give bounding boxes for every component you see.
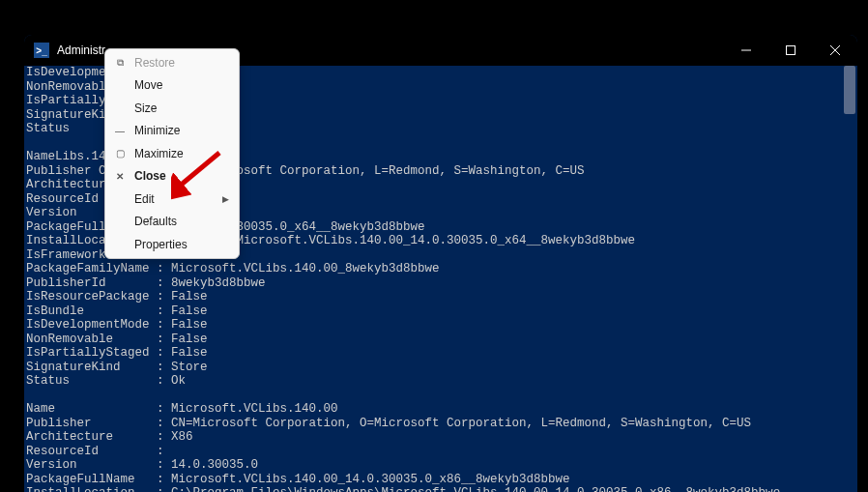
menu-label: Restore bbox=[134, 56, 229, 70]
menu-label: Defaults bbox=[134, 215, 229, 228]
output-blank bbox=[26, 389, 857, 403]
output-line: PackageFullName : Microsoft.VCLibs.140.0… bbox=[26, 473, 857, 487]
menu-restore: ⧉ Restore bbox=[105, 51, 239, 74]
output-line: Status : Ok bbox=[26, 374, 857, 389]
output-line: InstallLocation : C:\Program Files\Windo… bbox=[26, 486, 857, 492]
menu-size[interactable]: Size bbox=[105, 97, 239, 120]
svg-rect-1 bbox=[787, 46, 796, 55]
scrollbar[interactable] bbox=[842, 66, 857, 492]
menu-defaults[interactable]: Defaults bbox=[105, 211, 239, 234]
system-context-menu: ⧉ Restore Move Size — Minimize ▢ Maximiz… bbox=[104, 48, 240, 259]
output-line: IsPartiallyStaged : False bbox=[26, 346, 857, 361]
menu-label: Minimize bbox=[134, 124, 229, 137]
output-line: IsBundle : False bbox=[26, 304, 857, 319]
menu-edit[interactable]: Edit ▶ bbox=[105, 188, 239, 211]
output-line: IsResourcePackage : False bbox=[26, 290, 857, 304]
close-icon: ✕ bbox=[111, 171, 129, 182]
output-line: NonRemovable : False bbox=[26, 333, 857, 347]
menu-label: Properties bbox=[134, 238, 229, 251]
minimize-icon bbox=[741, 45, 751, 55]
restore-icon: ⧉ bbox=[111, 57, 129, 69]
close-button[interactable] bbox=[813, 35, 857, 66]
menu-move[interactable]: Move bbox=[105, 74, 239, 98]
menu-maximize[interactable]: ▢ Maximize bbox=[105, 142, 239, 165]
output-line: IsDevelopmentMode : False bbox=[26, 318, 857, 333]
output-line: PackageFamilyName : Microsoft.VCLibs.140… bbox=[26, 262, 857, 276]
menu-minimize[interactable]: — Minimize bbox=[105, 120, 239, 143]
output-line: ResourceId : bbox=[26, 445, 857, 459]
maximize-icon: ▢ bbox=[111, 148, 129, 159]
window-controls bbox=[724, 35, 857, 66]
menu-label: Edit bbox=[134, 192, 222, 206]
output-line: SignatureKind : Store bbox=[26, 361, 857, 375]
menu-close[interactable]: ✕ Close bbox=[105, 165, 239, 188]
powershell-icon[interactable]: >_ bbox=[34, 43, 49, 58]
menu-properties[interactable]: Properties bbox=[105, 233, 239, 256]
menu-label: Maximize bbox=[134, 147, 229, 160]
output-line: PublisherId : 8wekyb3d8bbwe bbox=[26, 276, 857, 291]
minimize-icon: — bbox=[111, 126, 129, 136]
maximize-icon bbox=[786, 45, 796, 55]
menu-label: Size bbox=[134, 101, 229, 115]
output-line: Name : Microsoft.VCLibs.140.00 bbox=[26, 402, 857, 417]
output-line: Publisher : CN=Microsoft Corporation, O=… bbox=[26, 417, 857, 431]
scrollbar-thumb[interactable] bbox=[844, 66, 855, 114]
menu-label: Move bbox=[134, 78, 229, 92]
minimize-button[interactable] bbox=[724, 35, 768, 66]
submenu-arrow-icon: ▶ bbox=[222, 194, 229, 204]
menu-label: Close bbox=[134, 169, 229, 183]
close-icon bbox=[830, 45, 840, 55]
maximize-button[interactable] bbox=[768, 35, 813, 66]
output-line: Version : 14.0.30035.0 bbox=[26, 458, 857, 473]
output-line: Architecture : X86 bbox=[26, 430, 857, 445]
